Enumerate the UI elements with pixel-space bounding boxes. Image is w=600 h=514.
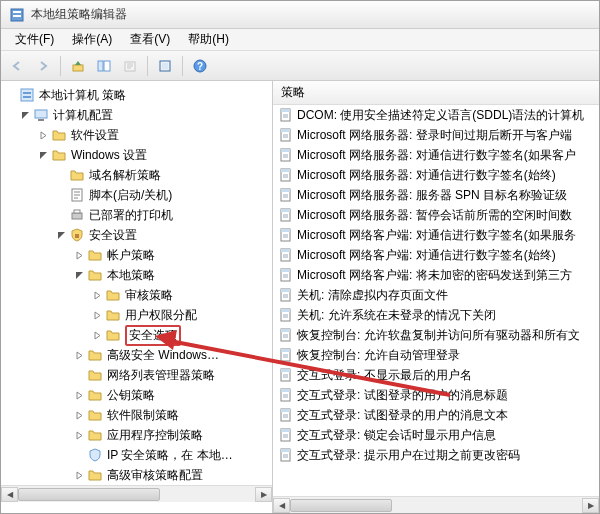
expander-open-icon[interactable] [55,229,67,241]
policy-row[interactable]: 关机: 清除虚拟内存页面文件 [273,285,599,305]
folder-icon [51,127,67,143]
tree-name-resolution[interactable]: 域名解析策略 [1,165,272,185]
expander-icon[interactable] [5,89,17,101]
folder-icon [105,287,121,303]
security-icon [69,227,85,243]
menu-help[interactable]: 帮助(H) [180,29,237,50]
node-label: 脚本(启动/关机) [89,187,172,204]
svg-rect-24 [281,149,290,152]
list-header[interactable]: 策略 [273,81,599,105]
list-pane: 策略 DCOM: 使用安全描述符定义语言(SDDL)语法的计算机Microsof… [273,81,599,513]
folder-icon [87,427,103,443]
tree-app-control[interactable]: 应用程序控制策略 [1,425,272,445]
expander-closed-icon[interactable] [37,129,49,141]
policy-item-icon [279,148,293,162]
menu-file[interactable]: 文件(F) [7,29,62,50]
expander-closed-icon[interactable] [73,469,85,481]
expander-closed-icon[interactable] [73,349,85,361]
policy-row[interactable]: DCOM: 使用安全描述符定义语言(SDDL)语法的计算机 [273,105,599,125]
menu-action[interactable]: 操作(A) [64,29,120,50]
tree-security-settings[interactable]: 安全设置 [1,225,272,245]
expander-closed-icon[interactable] [73,389,85,401]
expander-closed-icon[interactable] [73,429,85,441]
tree-audit-policy[interactable]: 审核策略 [1,285,272,305]
show-hide-tree-button[interactable] [92,54,116,78]
policy-row[interactable]: Microsoft 网络客户端: 对通信进行数字签名(始终) [273,245,599,265]
tree-windows-settings[interactable]: Windows 设置 [1,145,272,165]
svg-rect-12 [23,96,31,98]
up-button[interactable] [66,54,90,78]
tree-scrollbar-h[interactable]: ◀ ▶ [1,485,272,502]
policy-label: DCOM: 使用安全描述符定义语言(SDDL)语法的计算机 [297,107,584,124]
policy-row[interactable]: Microsoft 网络服务器: 服务器 SPN 目标名称验证级 [273,185,599,205]
policy-row[interactable]: Microsoft 网络服务器: 对通信进行数字签名(始终) [273,165,599,185]
scroll-left-button[interactable]: ◀ [1,487,18,502]
list-body[interactable]: DCOM: 使用安全描述符定义语言(SDDL)语法的计算机Microsoft 网… [273,105,599,496]
scroll-right-button[interactable]: ▶ [255,487,272,502]
menu-view[interactable]: 查看(V) [122,29,178,50]
printer-icon [69,207,85,223]
svg-rect-10 [21,89,33,101]
export-button[interactable] [118,54,142,78]
tree-root[interactable]: 本地计算机 策略 [1,85,272,105]
svg-rect-30 [281,209,290,212]
expander-open-icon[interactable] [19,109,31,121]
scroll-left-button[interactable]: ◀ [273,498,290,513]
tree-pane[interactable]: 本地计算机 策略 计算机配置 软件设置 Windows 设置 [1,81,273,513]
tree-security-options[interactable]: 安全选项 [1,325,272,345]
tree-deployed-printers[interactable]: 已部署的打印机 [1,205,272,225]
expander-closed-icon[interactable] [91,309,103,321]
help-button[interactable]: ? [188,54,212,78]
expander-closed-icon[interactable] [73,249,85,261]
expander-open-icon[interactable] [73,269,85,281]
policy-item-icon [279,248,293,262]
policy-row[interactable]: 恢复控制台: 允许自动管理登录 [273,345,599,365]
expander-closed-icon[interactable] [91,329,103,341]
titlebar: 本地组策略编辑器 [1,1,599,29]
tree-account-policies[interactable]: 帐户策略 [1,245,272,265]
refresh-button[interactable] [153,54,177,78]
tree-public-key[interactable]: 公钥策略 [1,385,272,405]
policy-row[interactable]: 交互式登录: 试图登录的用户的消息文本 [273,405,599,425]
policy-row[interactable]: 交互式登录: 提示用户在过期之前更改密码 [273,445,599,465]
tree-computer-config[interactable]: 计算机配置 [1,105,272,125]
computer-icon [33,107,49,123]
policy-row[interactable]: 关机: 允许系统在未登录的情况下关闭 [273,305,599,325]
tree-windows-firewall[interactable]: 高级安全 Windows… [1,345,272,365]
policy-label: 关机: 允许系统在未登录的情况下关闭 [297,307,496,324]
policy-row[interactable]: 交互式登录: 试图登录的用户的消息标题 [273,385,599,405]
policy-row[interactable]: 交互式登录: 不显示最后的用户名 [273,365,599,385]
tree-user-rights[interactable]: 用户权限分配 [1,305,272,325]
tree-software-settings[interactable]: 软件设置 [1,125,272,145]
column-header-policy[interactable]: 策略 [281,84,305,101]
node-label: 应用程序控制策略 [107,427,203,444]
tree-local-policies[interactable]: 本地策略 [1,265,272,285]
policy-item-icon [279,288,293,302]
folder-icon [87,367,103,383]
forward-button[interactable] [31,54,55,78]
node-label: 软件设置 [71,127,119,144]
tree-software-restriction[interactable]: 软件限制策略 [1,405,272,425]
expander-closed-icon[interactable] [73,409,85,421]
scroll-right-button[interactable]: ▶ [582,498,599,513]
tree-network-list[interactable]: 网络列表管理器策略 [1,365,272,385]
policy-row[interactable]: Microsoft 网络客户端: 将未加密的密码发送到第三方 [273,265,599,285]
svg-rect-48 [281,389,290,392]
policy-row[interactable]: 恢复控制台: 允许软盘复制并访问所有驱动器和所有文 [273,325,599,345]
policy-label: 交互式登录: 锁定会话时显示用户信息 [297,427,496,444]
policy-row[interactable]: Microsoft 网络客户端: 对通信进行数字签名(如果服务 [273,225,599,245]
policy-row[interactable]: 交互式登录: 锁定会话时显示用户信息 [273,425,599,445]
tree-ip-security[interactable]: IP 安全策略，在 本地… [1,445,272,465]
policy-row[interactable]: Microsoft 网络服务器: 对通信进行数字签名(如果客户 [273,145,599,165]
back-button[interactable] [5,54,29,78]
svg-rect-2 [13,15,21,17]
policy-row[interactable]: Microsoft 网络服务器: 暂停会话前所需的空闲时间数 [273,205,599,225]
list-scrollbar-h[interactable]: ◀ ▶ [273,496,599,513]
policy-label: Microsoft 网络客户端: 对通信进行数字签名(始终) [297,247,556,264]
tree-scripts[interactable]: 脚本(启动/关机) [1,185,272,205]
policy-row[interactable]: Microsoft 网络服务器: 登录时间过期后断开与客户端 [273,125,599,145]
tree-advanced-audit[interactable]: 高级审核策略配置 [1,465,272,485]
expander-closed-icon[interactable] [91,289,103,301]
folder-icon [87,387,103,403]
expander-open-icon[interactable] [37,149,49,161]
